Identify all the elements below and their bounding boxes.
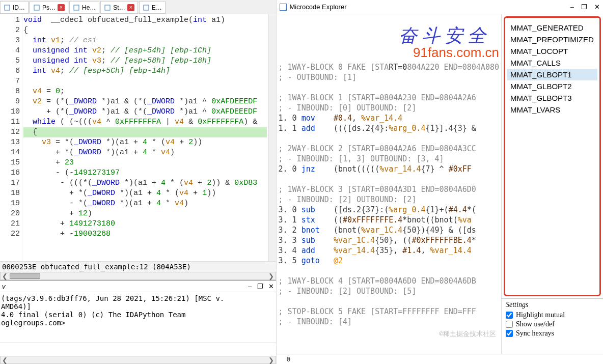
code-line[interactable]: + 23 <box>23 158 267 168</box>
code-line[interactable]: + 12) <box>23 209 267 219</box>
microcode-footer: 0 <box>277 354 604 364</box>
struct-icon <box>104 4 111 11</box>
show-usedef-checkbox[interactable]: Show use/def <box>506 320 599 328</box>
editor-tab[interactable]: St…× <box>100 1 138 14</box>
microcode-line[interactable]: 1. 0 mov #0.4, %var_14.4 <box>279 113 500 123</box>
minimize-icon[interactable]: – <box>570 3 574 11</box>
code-line[interactable] <box>23 76 267 87</box>
mmat-option[interactable]: MMAT_GLBOPT3 <box>507 92 597 104</box>
console-vlabel: v <box>2 283 6 290</box>
microcode-line[interactable]: ; 1WAY-BLOCK 0 FAKE [START=0804A220 END=… <box>279 62 500 72</box>
mmat-option[interactable]: MMAT_CALLS <box>507 57 597 69</box>
code-line[interactable]: v3 = *(_DWORD *)(a1 + 4 * (v4 + 2)) <box>23 137 267 148</box>
microcode-line[interactable] <box>279 174 500 184</box>
microcode-listing[interactable]: 奋 斗 安 全 91fans.com.cn ©稀土掘金技术社区 ; 1WAY-B… <box>277 14 502 354</box>
code-line[interactable]: - (((*(_DWORD *)(a1 + 4 * (v4 + 2)) & 0x… <box>23 178 267 188</box>
microcode-line[interactable]: ; - INBOUND: [2] OUTBOUND: [2] <box>279 194 500 205</box>
tab-label: ID… <box>13 4 25 11</box>
status-line: 0000253E obfucated_full_example:12 (804A… <box>0 261 276 272</box>
scroll-left-icon[interactable]: ❮ <box>1 356 9 364</box>
line-number: 18 <box>0 188 20 199</box>
microcode-line[interactable]: 3. 1 stx ((#0xFFFFFFFE.4*bnot((bnot(%va <box>279 215 500 225</box>
code-line[interactable]: while ( (~(((v4 ^ 0xFFFFFFFA | v4 & 0xFF… <box>23 117 267 127</box>
code-line[interactable]: + 1491273180 <box>23 219 267 229</box>
code-line[interactable]: - (-1491273197 <box>23 168 267 178</box>
scroll-left-icon[interactable]: ❮ <box>1 272 9 280</box>
code-line[interactable]: unsigned int v3; // [esp+58h] [ebp-18h] <box>23 56 267 66</box>
code-line[interactable]: + *(_DWORD *)(a1 + 4 * v4) <box>23 148 267 158</box>
line-number: 2 <box>0 25 20 36</box>
hex-icon <box>73 4 80 11</box>
microcode-line[interactable]: ; - OUTBOUND: [1] <box>279 72 500 82</box>
microcode-line[interactable]: ; - INBOUND: [0] OUTBOUND: [2] <box>279 103 500 113</box>
line-number: 6 <box>0 66 20 76</box>
tab-close-icon[interactable]: × <box>58 4 65 11</box>
close-icon[interactable]: ✕ <box>594 3 600 11</box>
sync-hexrays-checkbox[interactable]: Sync hexrays <box>506 329 599 338</box>
line-number: 17 <box>0 178 20 188</box>
editor-tab[interactable]: E… <box>139 1 166 14</box>
svg-rect-2 <box>74 5 79 10</box>
code-line[interactable]: int v4; // [esp+5Ch] [ebp-14h] <box>23 66 267 76</box>
code-line[interactable]: void __cdecl obfucated_full_example(int … <box>23 15 267 25</box>
microcode-line[interactable]: ; STOP-BLOCK 5 FAKE [START=FFFFFFFF END=… <box>279 306 500 317</box>
restore-icon[interactable]: ❐ <box>581 3 587 11</box>
code-line[interactable]: { <box>23 127 267 137</box>
microcode-line[interactable]: ; - INBOUND: [2] OUTBOUND: [5] <box>279 286 500 296</box>
scroll-thumb[interactable] <box>10 273 40 279</box>
code-line[interactable]: v2 = (*(_DWORD *)a1 & (*(_DWORD *)a1 ^ 0… <box>23 97 267 107</box>
code-line[interactable]: v4 = 0; <box>23 87 267 97</box>
microcode-line[interactable]: 3. 4 add %var_14.4{35}, #1.4, %var_14.4 <box>279 245 500 256</box>
code-lines[interactable]: void __cdecl obfucated_full_example(int … <box>22 14 268 261</box>
vertical-scrollbar[interactable] <box>268 14 276 261</box>
console-input[interactable] <box>0 343 276 356</box>
code-line[interactable]: - *(_DWORD *)(a1 + 4 * v4) <box>23 199 267 209</box>
editor-tab[interactable]: Ps…× <box>30 1 68 14</box>
microcode-line[interactable]: ; 1WAY-BLOCK 4 [START=0804A6D0 END=0804A… <box>279 276 500 286</box>
line-number: 22 <box>0 229 20 239</box>
microcode-line[interactable] <box>279 133 500 144</box>
tab-close-icon[interactable]: × <box>127 4 134 11</box>
mmat-option[interactable]: MMAT_LOCOPT <box>507 45 597 57</box>
close-icon[interactable]: ✕ <box>268 283 274 290</box>
code-line[interactable]: { <box>23 25 267 36</box>
microcode-line[interactable]: 3. 5 goto @2 <box>279 256 500 266</box>
microcode-line[interactable]: 2. 0 jnz (bnot(((((%var_14.4{7} ^ #0xFF <box>279 164 500 174</box>
editor-tab[interactable]: He… <box>69 1 99 14</box>
microcode-line[interactable]: 1. 1 add ((([ds.2{4}:%arg_0.4{1}].4{3} & <box>279 123 500 133</box>
microcode-line[interactable]: 3. 0 sub ([ds.2{37}:(%arg_0.4{1}+(#4.4*( <box>279 205 500 215</box>
microcode-line[interactable]: ; 1WAY-BLOCK 3 [START=0804A3D1 END=0804A… <box>279 184 500 194</box>
console-output[interactable]: (tags/v3.9.6:db3ff76, Jun 28 2021, 15:26… <box>0 292 276 343</box>
code-line[interactable]: + *(_DWORD *)(a1 + 4 * (v4 + 1)) <box>23 188 267 199</box>
restore-icon[interactable]: ❐ <box>257 283 263 290</box>
scroll-right-icon[interactable]: ❯ <box>267 272 276 280</box>
line-number: 10 <box>0 107 20 117</box>
microcode-line[interactable]: ; 1WAY-BLOCK 1 [START=0804A230 END=0804A… <box>279 93 500 103</box>
line-number: 1 <box>0 15 20 25</box>
horizontal-scrollbar[interactable]: ❮ ❯ <box>0 272 276 280</box>
mmat-option[interactable]: MMAT_GLBOPT1 <box>507 69 597 80</box>
line-number: 20 <box>0 209 20 219</box>
scroll-right-icon[interactable]: ❯ <box>267 356 276 364</box>
microcode-line[interactable]: 3. 2 bnot (bnot(%var_1C.4{50}){49} & ([d… <box>279 225 500 235</box>
tab-label: He… <box>82 4 96 11</box>
microcode-line[interactable]: 3. 3 sub %var_1C.4{50}, ((#0xFFFFFFBE.4* <box>279 235 500 245</box>
code-line[interactable]: unsigned int v2; // [esp+54h] [ebp-1Ch] <box>23 46 267 56</box>
microcode-line[interactable] <box>279 82 500 93</box>
mmat-option[interactable]: MMAT_PREOPTIMIZED <box>507 34 597 45</box>
microcode-line[interactable] <box>279 266 500 276</box>
microcode-line[interactable]: ; - INBOUND: [4] <box>279 317 500 327</box>
highlight-mutual-checkbox[interactable]: Highlight mutual <box>506 311 599 319</box>
microcode-line[interactable] <box>279 296 500 306</box>
code-line[interactable]: + -19003268 <box>23 229 267 239</box>
console-scrollbar[interactable]: ❮ ❯ <box>0 356 276 364</box>
microcode-line[interactable]: ; - INBOUND: [1, 3] OUTBOUND: [3, 4] <box>279 154 500 164</box>
mmat-option[interactable]: MMAT_GLBOPT2 <box>507 80 597 92</box>
code-line[interactable]: + (*(_DWORD *)a1 & (*(_DWORD *)a1 ^ 0xAF… <box>23 107 267 117</box>
code-line[interactable]: int v1; // esi <box>23 36 267 46</box>
minimize-icon[interactable]: – <box>248 283 252 290</box>
mmat-option[interactable]: MMAT_GENERATED <box>507 22 597 34</box>
microcode-line[interactable]: ; 2WAY-BLOCK 2 [START=0804A2A6 END=0804A… <box>279 144 500 154</box>
editor-tab[interactable]: ID… <box>0 1 29 14</box>
mmat-option[interactable]: MMAT_LVARS <box>507 104 597 116</box>
